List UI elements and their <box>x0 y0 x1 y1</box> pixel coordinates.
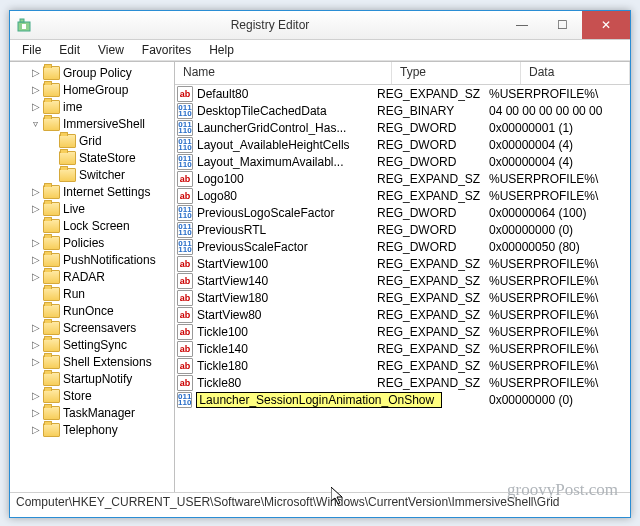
tree-item-label: ImmersiveShell <box>63 117 145 131</box>
expand-icon[interactable]: ▷ <box>30 101 41 112</box>
expand-icon[interactable] <box>46 135 57 146</box>
expand-icon[interactable]: ▷ <box>30 237 41 248</box>
value-data: %USERPROFILE%\ <box>489 376 630 390</box>
tree-item[interactable]: ▷SettingSync <box>10 336 174 353</box>
value-row[interactable]: abTickle80REG_EXPAND_SZ%USERPROFILE%\ <box>175 374 630 391</box>
registry-tree[interactable]: ▷Group Policy▷HomeGroup▷ime▿ImmersiveShe… <box>10 62 175 492</box>
value-row[interactable]: 011110LauncherGridControl_Has...REG_DWOR… <box>175 119 630 136</box>
expand-icon[interactable] <box>30 305 41 316</box>
tree-item[interactable]: StartupNotify <box>10 370 174 387</box>
menu-edit[interactable]: Edit <box>51 41 88 59</box>
expand-icon[interactable]: ▷ <box>30 186 41 197</box>
value-row[interactable]: abTickle180REG_EXPAND_SZ%USERPROFILE%\ <box>175 357 630 374</box>
tree-item[interactable]: RunOnce <box>10 302 174 319</box>
value-type: REG_DWORD <box>377 155 489 169</box>
value-row[interactable]: abTickle140REG_EXPAND_SZ%USERPROFILE%\ <box>175 340 630 357</box>
tree-item[interactable]: ▷Screensavers <box>10 319 174 336</box>
tree-item[interactable]: Lock Screen <box>10 217 174 234</box>
column-header-name[interactable]: Name <box>175 62 392 84</box>
binary-value-icon: 011110 <box>177 205 193 221</box>
tree-item[interactable]: ▷HomeGroup <box>10 81 174 98</box>
folder-icon <box>43 304 60 318</box>
maximize-button[interactable]: ☐ <box>542 11 582 39</box>
value-type: REG_DWORD <box>377 121 489 135</box>
value-type: REG_EXPAND_SZ <box>377 308 489 322</box>
string-value-icon: ab <box>177 358 193 374</box>
expand-icon[interactable]: ▷ <box>30 356 41 367</box>
window-title: Registry Editor <box>38 18 502 32</box>
tree-item[interactable]: Grid <box>10 132 174 149</box>
value-row[interactable]: 011110Layout_AvailableHeightCellsREG_DWO… <box>175 136 630 153</box>
expand-icon[interactable]: ▷ <box>30 339 41 350</box>
tree-item[interactable]: ▿ImmersiveShell <box>10 115 174 132</box>
value-row[interactable]: 011110PreviousRTLREG_DWORD0x00000000 (0) <box>175 221 630 238</box>
column-header-data[interactable]: Data <box>521 62 630 84</box>
expand-icon[interactable] <box>46 152 57 163</box>
menu-file[interactable]: File <box>14 41 49 59</box>
tree-item[interactable]: ▷RADAR <box>10 268 174 285</box>
tree-item[interactable]: Run <box>10 285 174 302</box>
expand-icon[interactable]: ▷ <box>30 67 41 78</box>
menu-favorites[interactable]: Favorites <box>134 41 199 59</box>
tree-item-label: RunOnce <box>63 304 114 318</box>
close-button[interactable]: ✕ <box>582 11 630 39</box>
value-row[interactable]: abDefault80REG_EXPAND_SZ%USERPROFILE%\ <box>175 85 630 102</box>
value-row[interactable]: abStartView80REG_EXPAND_SZ%USERPROFILE%\ <box>175 306 630 323</box>
value-row[interactable]: abTickle100REG_EXPAND_SZ%USERPROFILE%\ <box>175 323 630 340</box>
value-row[interactable]: abStartView180REG_EXPAND_SZ%USERPROFILE%… <box>175 289 630 306</box>
value-name: StartView100 <box>197 257 268 271</box>
tree-item[interactable]: Switcher <box>10 166 174 183</box>
expand-icon[interactable]: ▷ <box>30 390 41 401</box>
tree-item[interactable]: ▷Live <box>10 200 174 217</box>
tree-item[interactable]: ▷TaskManager <box>10 404 174 421</box>
values-list[interactable]: abDefault80REG_EXPAND_SZ%USERPROFILE%\01… <box>175 85 630 492</box>
expand-icon[interactable]: ▷ <box>30 203 41 214</box>
menu-help[interactable]: Help <box>201 41 242 59</box>
value-row[interactable]: 011110PreviousLogoScaleFactorREG_DWORD0x… <box>175 204 630 221</box>
expand-icon[interactable]: ▷ <box>30 322 41 333</box>
tree-item[interactable]: ▷Internet Settings <box>10 183 174 200</box>
value-row[interactable]: abLogo100REG_EXPAND_SZ%USERPROFILE%\ <box>175 170 630 187</box>
tree-item-label: Group Policy <box>63 66 132 80</box>
tree-item[interactable]: ▷Shell Extensions <box>10 353 174 370</box>
folder-icon <box>43 389 60 403</box>
expand-icon[interactable]: ▿ <box>30 118 41 129</box>
value-row[interactable]: 011110DesktopTileCachedDataREG_BINARY04 … <box>175 102 630 119</box>
tree-item[interactable]: ▷ime <box>10 98 174 115</box>
value-name-edit[interactable]: Launcher_SessionLoginAnimation_OnShow <box>196 392 442 408</box>
expand-icon[interactable]: ▷ <box>30 424 41 435</box>
folder-icon <box>43 66 60 80</box>
tree-item[interactable]: ▷PushNotifications <box>10 251 174 268</box>
expand-icon[interactable]: ▷ <box>30 407 41 418</box>
minimize-button[interactable]: — <box>502 11 542 39</box>
expand-icon[interactable] <box>46 169 57 180</box>
expand-icon[interactable]: ▷ <box>30 254 41 265</box>
tree-item[interactable]: ▷Store <box>10 387 174 404</box>
tree-item-label: SettingSync <box>63 338 127 352</box>
value-data: %USERPROFILE%\ <box>489 359 630 373</box>
tree-item[interactable]: ▷Policies <box>10 234 174 251</box>
expand-icon[interactable]: ▷ <box>30 271 41 282</box>
value-row[interactable]: abStartView100REG_EXPAND_SZ%USERPROFILE%… <box>175 255 630 272</box>
tree-item[interactable]: StateStore <box>10 149 174 166</box>
value-data: %USERPROFILE%\ <box>489 274 630 288</box>
tree-item[interactable]: ▷Group Policy <box>10 64 174 81</box>
value-row[interactable]: abLogo80REG_EXPAND_SZ%USERPROFILE%\ <box>175 187 630 204</box>
tree-item-label: Live <box>63 202 85 216</box>
registry-editor-window: Registry Editor — ☐ ✕ File Edit View Fav… <box>9 10 631 518</box>
window-titlebar[interactable]: Registry Editor — ☐ ✕ <box>10 11 630 40</box>
expand-icon[interactable] <box>30 288 41 299</box>
expand-icon[interactable] <box>30 373 41 384</box>
menu-view[interactable]: View <box>90 41 132 59</box>
tree-item[interactable]: ▷Telephony <box>10 421 174 438</box>
expand-icon[interactable] <box>30 220 41 231</box>
column-header-type[interactable]: Type <box>392 62 521 84</box>
folder-icon <box>43 202 60 216</box>
expand-icon[interactable]: ▷ <box>30 84 41 95</box>
binary-value-icon: 011110 <box>177 103 193 119</box>
value-row[interactable]: abStartView140REG_EXPAND_SZ%USERPROFILE%… <box>175 272 630 289</box>
value-row[interactable]: 011110PreviousScaleFactorREG_DWORD0x0000… <box>175 238 630 255</box>
binary-value-icon: 011110 <box>177 392 192 408</box>
value-row[interactable]: 011110Layout_MaximumAvailabl...REG_DWORD… <box>175 153 630 170</box>
value-row-editing[interactable]: 011110Launcher_SessionLoginAnimation_OnS… <box>175 391 630 408</box>
